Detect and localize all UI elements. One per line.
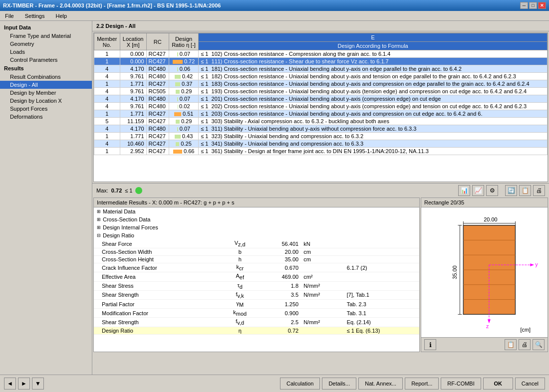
tree-design-forces[interactable]: ⊞ Design Internal Forces	[94, 223, 419, 231]
width-label: 20.00	[484, 216, 497, 222]
intermediate-symbol: kcr	[221, 263, 259, 272]
sidebar-item-geometry[interactable]: Geometry	[0, 40, 92, 48]
table-row[interactable]: 5 11.159 RC427 0.29 ≤ 1 303) Stability -…	[94, 118, 548, 125]
nav-back-btn[interactable]: ◄	[4, 378, 16, 390]
table-row[interactable]: 1 2.952 RC427 0.66 ≤ 1 361) Stability - …	[94, 148, 548, 155]
cell-ratio: 0.66	[169, 148, 198, 155]
height-label: 35.00	[452, 265, 458, 279]
table-row[interactable]: 1 0.000 RC427 0.07 ≤ 1 102) Cross-sectio…	[94, 50, 548, 58]
intermediate-symbol: Vz,d	[221, 239, 259, 248]
intermediate-symbol: γM	[221, 299, 259, 308]
list-item: Design Ratio η 0.72 ≤ 1 Eq. (6.13)	[94, 327, 419, 334]
menu-settings[interactable]: Settings	[22, 12, 48, 20]
table-row[interactable]: 1 1.771 RC427 0.43 ≤ 1 323) Stability - …	[94, 133, 548, 140]
cell-location: 9.761	[120, 88, 146, 95]
sidebar-item-design-by-member[interactable]: Design by Member	[0, 89, 92, 97]
bottom-bar-left: ◄ ► ▼	[4, 378, 44, 390]
cell-formula: ≤ 1 201) Cross-section resistance - Unia…	[199, 95, 548, 103]
rf-combi-button[interactable]: RF-COMBI	[441, 378, 481, 390]
cell-formula: ≤ 1 182) Cross-section resistance - Unia…	[199, 73, 548, 80]
menu-help[interactable]: Help	[52, 12, 70, 20]
print-icon-btn[interactable]: 🖨	[533, 185, 545, 196]
details-button[interactable]: Details...	[322, 378, 356, 390]
table-row[interactable]: 4 4.170 RC480 0.07 ≤ 1 201) Cross-sectio…	[94, 95, 548, 103]
expand-icon: ⊞	[97, 225, 101, 230]
nav-down-btn[interactable]: ▼	[32, 378, 44, 390]
table-row[interactable]: 4 9.761 RC480 0.02 ≤ 1 202) Cross-sectio…	[94, 103, 548, 110]
ok-button[interactable]: OK	[483, 378, 513, 390]
table-row[interactable]: 4 4.170 RC480 0.07 ≤ 1 311) Stability - …	[94, 125, 548, 133]
cell-rc: RC427	[146, 133, 169, 140]
intermediate-value: 0.670	[259, 263, 300, 272]
main-table-container[interactable]: MemberNo. LocationX [m] RC DesignRatio η…	[93, 32, 548, 182]
content-header: 2.2 Design - All	[92, 21, 549, 31]
close-button[interactable]: ✕	[538, 2, 546, 9]
intermediate-extra: Tab. 2.3	[344, 299, 419, 308]
menu-file[interactable]: File	[2, 12, 17, 20]
diagram-zoom-btn[interactable]: 🔍	[533, 339, 545, 350]
table-row[interactable]: 1 0.000 RC427 0.72 ≤ 1 111) Cross-sectio…	[94, 58, 548, 65]
table-footer-icons: 📊 📈 ⚙ 🔄 📋 🖨	[458, 185, 545, 196]
sidebar-item-result-combinations[interactable]: Result Combinations	[0, 73, 92, 81]
cancel-button[interactable]: Cancel	[515, 378, 545, 390]
cell-ratio: 0.07	[169, 95, 198, 103]
table-row[interactable]: 1 1.771 RC427 0.51 ≤ 1 203) Cross-sectio…	[94, 110, 548, 118]
sidebar-item-support-forces[interactable]: Support Forces	[0, 105, 92, 113]
minimize-button[interactable]: ─	[520, 2, 528, 9]
sidebar-item-deformations[interactable]: Deformations	[0, 113, 92, 121]
diagram-export-btn[interactable]: 📋	[505, 339, 517, 350]
maximize-button[interactable]: □	[529, 2, 537, 9]
intermediate-label: Effective Area	[94, 272, 221, 281]
export-icon-btn[interactable]: 📋	[519, 185, 531, 196]
cell-ratio: 0.06	[169, 65, 198, 73]
table-row[interactable]: 4 9.761 RC480 0.42 ≤ 1 182) Cross-sectio…	[94, 73, 548, 80]
nat-annex-button[interactable]: Nat. Annex...	[358, 378, 403, 390]
intermediate-label: Shear Stress	[94, 281, 221, 290]
unit-label: [cm]	[520, 327, 531, 333]
cell-location: 4.170	[120, 65, 146, 73]
cell-formula: ≤ 1 183) Cross-section resistance - Unia…	[199, 80, 548, 88]
sidebar-item-design-by-location[interactable]: Design by Location X	[0, 97, 92, 105]
table-row[interactable]: 4 4.170 RC480 0.06 ≤ 1 181) Cross-sectio…	[94, 65, 548, 73]
cell-member: 4	[94, 140, 120, 148]
title-bar-buttons: ─ □ ✕	[520, 2, 546, 9]
calculation-button[interactable]: Calculation	[280, 378, 320, 390]
intermediate-label: Shear Strength	[94, 290, 221, 299]
intermediate-label: Shear Strength	[94, 318, 221, 327]
cell-ratio: 0.07	[169, 50, 198, 58]
cell-location: 1.771	[120, 133, 146, 140]
tree-forces-label: Design Internal Forces	[103, 224, 158, 230]
cell-ratio: 0.43	[169, 133, 198, 140]
intermediate-label: Modification Factor	[94, 309, 221, 318]
diagram-print-btn[interactable]: 🖨	[519, 339, 531, 350]
table-row[interactable]: 1 1.771 RC427 0.37 ≤ 1 183) Cross-sectio…	[94, 80, 548, 88]
title-text: RX-TIMBER - Frame - 2.04.0003 (32bit) - …	[3, 2, 221, 8]
tree-ratio-label: Design Ratio	[103, 232, 134, 238]
table-row[interactable]: 4 9.761 RC505 0.29 ≤ 1 193) Cross-sectio…	[94, 88, 548, 95]
cell-member: 4	[94, 73, 120, 80]
sidebar-item-control-params[interactable]: Control Parameters	[0, 56, 92, 64]
graph-icon-btn[interactable]: 📈	[472, 185, 484, 196]
cell-formula: ≤ 1 341) Stability - Uniaxial bending an…	[199, 140, 548, 148]
report-button[interactable]: Report...	[405, 378, 439, 390]
sidebar-item-frame-type[interactable]: Frame Type and Material	[0, 32, 92, 40]
bottom-bar: ◄ ► ▼ Calculation Details... Nat. Annex.…	[0, 375, 549, 392]
tree-cross-section[interactable]: ⊞ Cross-Section Data	[94, 215, 419, 223]
sidebar-item-loads[interactable]: Loads	[0, 48, 92, 56]
cell-location: 4.170	[120, 95, 146, 103]
cell-member: 1	[94, 58, 120, 65]
settings-icon-btn[interactable]: ⚙	[486, 185, 498, 196]
cell-ratio: 0.51	[169, 110, 198, 118]
table-row[interactable]: 4 10.460 RC427 0.25 ≤ 1 341) Stability -…	[94, 140, 548, 148]
nav-forward-btn[interactable]: ►	[18, 378, 30, 390]
tree-cross-label: Cross-Section Data	[103, 216, 150, 222]
tree-design-ratio[interactable]: ⊟ Design Ratio	[94, 231, 419, 239]
chart-icon-btn[interactable]: 📊	[458, 185, 470, 196]
refresh-icon-btn[interactable]: 🔄	[505, 185, 517, 196]
intermediate-extra	[344, 256, 419, 263]
intermediate-symbol: fv,d	[221, 318, 259, 327]
tree-material-data[interactable]: ⊞ Material Data	[94, 207, 419, 215]
info-icon-btn[interactable]: ℹ	[424, 339, 436, 350]
sidebar-item-design-all[interactable]: Design - All	[0, 81, 92, 89]
cell-member: 1	[94, 80, 120, 88]
